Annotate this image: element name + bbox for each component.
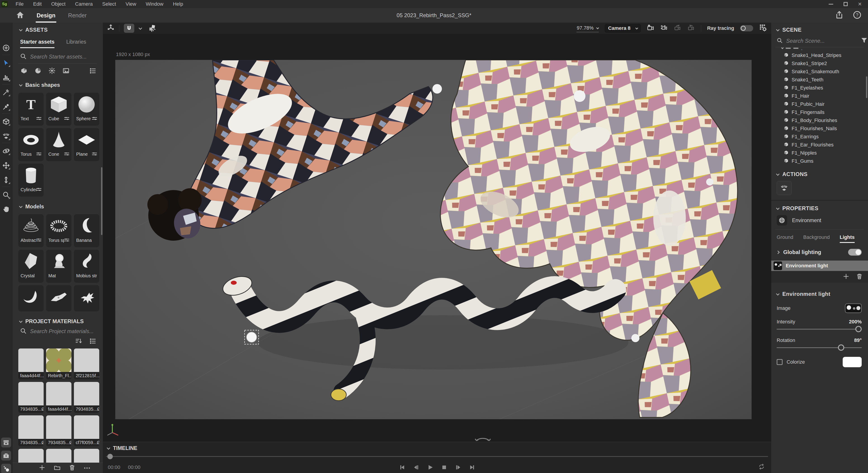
scene-item[interactable]: F1_Gums — [771, 157, 868, 165]
scene-item-partial[interactable]: , — [771, 47, 868, 51]
ray-tracing-toggle[interactable] — [740, 25, 753, 31]
chevron-down-icon[interactable] — [776, 28, 780, 31]
global-lighting-toggle[interactable] — [848, 249, 862, 256]
material-card[interactable]: 7934835...Ø — [18, 415, 43, 446]
samples-dock-icon[interactable] — [1, 464, 11, 473]
add-material-icon[interactable] — [39, 465, 45, 471]
material-card[interactable]: faaa4d44f... — [18, 348, 43, 379]
menu-item[interactable]: Help — [168, 0, 188, 8]
model-card-banana[interactable]: Banana — [74, 214, 99, 247]
tab-lights[interactable]: Lights — [840, 234, 855, 243]
scene-item[interactable]: F1_Eyelashes — [771, 84, 868, 92]
scene-item[interactable]: F1_Fingernails — [771, 108, 868, 116]
more-options-icon[interactable] — [84, 466, 90, 470]
area-light-tool-icon[interactable] — [2, 131, 11, 140]
assets-dock-icon[interactable] — [1, 438, 11, 447]
material-card[interactable]: 7934835...Ø — [74, 382, 99, 413]
shape-card-plane[interactable]: Plane — [74, 128, 99, 161]
skip-to-end-icon[interactable] — [468, 464, 476, 471]
filter-lights-icon[interactable] — [49, 67, 55, 75]
help-icon[interactable]: ? — [853, 11, 861, 20]
starter-assets-search-input[interactable] — [30, 53, 102, 60]
tab-ground[interactable]: Ground — [777, 234, 793, 243]
scene-item[interactable]: Snake1_Head_Stripes — [771, 51, 868, 59]
play-icon[interactable] — [426, 464, 434, 471]
rotation-slider[interactable] — [777, 344, 862, 351]
model-card-crystal[interactable]: Crystal — [18, 250, 43, 283]
scene-item[interactable]: F1_Pubic_Hair — [771, 100, 868, 108]
adjust-icon[interactable] — [92, 116, 97, 121]
adjust-icon[interactable] — [36, 187, 41, 192]
zoom-level-dropdown[interactable]: 97.78% — [577, 24, 599, 32]
camera-dropdown[interactable]: Camera 8 — [604, 24, 641, 33]
add-light-icon[interactable] — [843, 274, 849, 280]
chevron-down-icon[interactable] — [776, 172, 780, 176]
adjust-icon[interactable] — [36, 116, 41, 121]
model-card[interactable] — [18, 285, 43, 311]
colorize-color-swatch[interactable] — [843, 357, 862, 367]
eyedropper-icon[interactable] — [2, 102, 11, 111]
skip-to-start-icon[interactable] — [398, 464, 406, 471]
shape-card-cone[interactable]: Cone — [46, 128, 71, 161]
filter-materials-icon[interactable] — [35, 67, 41, 75]
chevron-down-icon[interactable] — [776, 292, 780, 295]
filter-images-icon[interactable] — [63, 67, 69, 75]
model-card-mobius[interactable]: Mobius strip — [74, 250, 99, 283]
chevron-down-icon[interactable] — [19, 204, 23, 208]
material-card[interactable]: 7934835...Ø — [18, 382, 43, 413]
environment-image-thumbnail[interactable] — [845, 304, 862, 313]
chevron-down-icon[interactable] — [19, 83, 23, 87]
tab-libraries[interactable]: Libraries — [66, 39, 86, 48]
step-forward-icon[interactable] — [454, 464, 462, 471]
adjust-icon[interactable] — [36, 238, 41, 243]
menu-item[interactable]: Window — [141, 0, 168, 8]
scene-item[interactable]: Snake1_Teeth — [771, 76, 868, 84]
filter-models-icon[interactable] — [21, 67, 27, 75]
chevron-down-icon[interactable] — [19, 319, 23, 323]
scene-item[interactable]: F1_Nipples — [771, 149, 868, 157]
close-icon[interactable]: × — [858, 2, 862, 6]
tab-render[interactable]: Render — [68, 8, 87, 23]
hand-tool-icon[interactable] — [2, 205, 11, 214]
menu-item[interactable]: Object — [46, 0, 70, 8]
environment-light-action-button[interactable] — [777, 181, 792, 195]
shape-card-torus[interactable]: Torus — [18, 128, 43, 161]
trash-icon[interactable] — [69, 465, 75, 471]
pan-tool-icon[interactable] — [2, 161, 11, 170]
material-card[interactable]: cf7f0059...Ø — [74, 415, 99, 446]
model-card-abstract[interactable]: Abstract... — [18, 214, 43, 247]
scene-item[interactable]: Snake1_Stripe2 — [771, 59, 868, 68]
zoom-tool-icon[interactable] — [2, 190, 11, 199]
adjust-icon[interactable] — [64, 238, 69, 243]
chevron-down-icon[interactable] — [19, 28, 23, 31]
model-card-torus-spiral[interactable]: Torus sp... — [46, 214, 71, 247]
physics-drop-icon[interactable] — [148, 24, 156, 33]
transform-tool-icon[interactable] — [2, 73, 11, 82]
tab-background[interactable]: Background — [803, 234, 830, 243]
delete-light-icon[interactable] — [857, 274, 862, 280]
menu-item[interactable]: Camera — [70, 0, 97, 8]
material-card[interactable]: Rebirth_Fl... — [46, 348, 71, 379]
scene-item[interactable]: F1_Flourishes_Nails — [771, 125, 868, 133]
sort-icon[interactable] — [75, 338, 82, 345]
intensity-slider[interactable] — [777, 326, 862, 333]
menu-item[interactable]: File — [11, 0, 28, 8]
step-back-icon[interactable] — [412, 464, 420, 471]
menu-item[interactable]: Edit — [28, 0, 46, 8]
loop-playback-icon[interactable] — [758, 464, 765, 471]
magic-wand-icon[interactable] — [2, 88, 11, 97]
viewport[interactable]: 97.78% Camera 8 — [103, 23, 771, 473]
chevron-down-icon[interactable] — [138, 26, 142, 30]
dolly-tool-icon[interactable] — [2, 176, 11, 184]
select-tool-icon[interactable] — [2, 58, 11, 67]
scene-item[interactable]: F1_Earrings — [771, 133, 868, 141]
render-settings-icon[interactable] — [759, 24, 767, 33]
stop-icon[interactable] — [440, 464, 448, 471]
scene-item[interactable]: F1_Body_Flourishes — [771, 116, 868, 125]
model-card-mat[interactable]: Mat — [46, 250, 71, 283]
scene-item[interactable]: F1_Ear_Flourishes — [771, 141, 868, 149]
material-card[interactable]: faaa4d44f... — [46, 382, 71, 413]
shape-card-cylinder[interactable]: Cylinder — [18, 164, 43, 197]
cube-tool-icon[interactable] — [2, 117, 11, 126]
timeline-scrubber[interactable] — [106, 456, 768, 457]
